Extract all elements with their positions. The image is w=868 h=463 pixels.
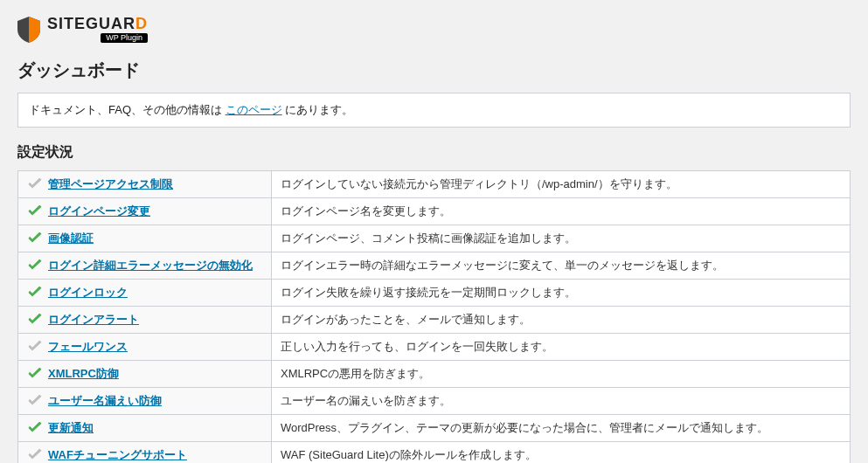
status-check-icon: [27, 341, 43, 353]
setting-name-cell: ログインアラート: [18, 307, 272, 334]
status-check-icon: [27, 178, 43, 190]
setting-name-cell: 更新通知: [18, 415, 272, 442]
setting-name-cell: ログイン詳細エラーメッセージの無効化: [18, 252, 272, 280]
setting-name-cell: ユーザー名漏えい防御: [18, 388, 272, 415]
info-notice: ドキュメント、FAQ、その他の情報は このページ にあります。: [17, 93, 851, 128]
setting-desc-cell: ユーザー名の漏えいを防ぎます。: [272, 388, 851, 415]
setting-desc-cell: WAF (SiteGuard Lite)の除外ルールを作成します。: [272, 442, 851, 464]
setting-link[interactable]: ログイン詳細エラーメッセージの無効化: [48, 258, 253, 273]
setting-link[interactable]: XMLRPC防御: [48, 366, 119, 382]
setting-link[interactable]: ログインアラート: [48, 312, 139, 328]
status-check-icon: [27, 205, 43, 218]
table-row: 管理ページアクセス制限 ログインしていない接続元から管理ディレクトリ（/wp-a…: [18, 171, 851, 198]
notice-suffix: にあります。: [282, 103, 354, 116]
shield-icon: [17, 17, 40, 43]
notice-prefix: ドキュメント、FAQ、その他の情報は: [29, 103, 226, 116]
table-row: ログイン詳細エラーメッセージの無効化 ログインエラー時の詳細なエラーメッセージに…: [18, 252, 851, 280]
setting-desc-cell: 正しい入力を行っても、ログインを一回失敗します。: [272, 334, 851, 361]
setting-link[interactable]: 更新通知: [48, 420, 94, 436]
setting-link[interactable]: WAFチューニングサポート: [48, 447, 187, 463]
setting-name-cell: ログインページ変更: [18, 198, 272, 225]
setting-desc-cell: WordPress、プラグイン、テーマの更新が必要になった場合に、管理者にメール…: [272, 415, 851, 442]
status-check-icon: [27, 395, 43, 407]
status-check-icon: [27, 368, 43, 380]
setting-link[interactable]: 管理ページアクセス制限: [48, 176, 173, 192]
setting-link[interactable]: ユーザー名漏えい防御: [48, 393, 162, 409]
setting-desc-cell: ログインしていない接続元から管理ディレクトリ（/wp-admin/）を守ります。: [272, 171, 851, 198]
table-row: ユーザー名漏えい防御 ユーザー名の漏えいを防ぎます。: [18, 388, 851, 415]
section-title: 設定状況: [17, 143, 851, 162]
setting-link[interactable]: ログインロック: [48, 285, 128, 301]
page-title: ダッシュボード: [17, 59, 851, 82]
table-row: ログインアラート ログインがあったことを、メールで通知します。: [18, 307, 851, 334]
logo-title: SITEGUARD: [47, 16, 148, 31]
table-row: 画像認証 ログインページ、コメント投稿に画像認証を追加します。: [18, 225, 851, 252]
setting-desc-cell: ログインエラー時の詳細なエラーメッセージに変えて、単一のメッセージを返します。: [272, 252, 851, 280]
setting-link[interactable]: ログインページ変更: [48, 204, 150, 219]
table-row: WAFチューニングサポート WAF (SiteGuard Lite)の除外ルール…: [18, 442, 851, 464]
status-check-icon: [27, 314, 43, 326]
setting-desc-cell: XMLRPCの悪用を防ぎます。: [272, 361, 851, 388]
status-check-icon: [27, 259, 43, 272]
setting-name-cell: WAFチューニングサポート: [18, 442, 272, 464]
setting-desc-cell: ログインページ、コメント投稿に画像認証を追加します。: [272, 225, 851, 252]
setting-link[interactable]: フェールワンス: [48, 339, 128, 355]
setting-desc-cell: ログインページ名を変更します。: [272, 198, 851, 225]
settings-table: 管理ページアクセス制限 ログインしていない接続元から管理ディレクトリ（/wp-a…: [17, 170, 851, 463]
table-row: 更新通知 WordPress、プラグイン、テーマの更新が必要になった場合に、管理…: [18, 415, 851, 442]
table-row: XMLRPC防御 XMLRPCの悪用を防ぎます。: [18, 361, 851, 388]
table-row: フェールワンス 正しい入力を行っても、ログインを一回失敗します。: [18, 334, 851, 361]
setting-name-cell: 管理ページアクセス制限: [18, 171, 272, 198]
status-check-icon: [27, 287, 43, 299]
status-check-icon: [27, 449, 43, 461]
table-row: ログインロック ログイン失敗を繰り返す接続元を一定期間ロックします。: [18, 280, 851, 307]
setting-desc-cell: ログインがあったことを、メールで通知します。: [272, 307, 851, 334]
logo-subtitle: WP Plugin: [101, 33, 148, 43]
setting-name-cell: ログインロック: [18, 280, 272, 307]
setting-link[interactable]: 画像認証: [48, 231, 94, 246]
status-check-icon: [27, 422, 43, 434]
setting-name-cell: 画像認証: [18, 225, 272, 252]
status-check-icon: [27, 232, 43, 245]
notice-link[interactable]: このページ: [226, 103, 282, 116]
siteguard-logo: SITEGUARD WP Plugin: [17, 16, 851, 43]
setting-name-cell: XMLRPC防御: [18, 361, 272, 388]
setting-desc-cell: ログイン失敗を繰り返す接続元を一定期間ロックします。: [272, 280, 851, 307]
setting-name-cell: フェールワンス: [18, 334, 272, 361]
table-row: ログインページ変更 ログインページ名を変更します。: [18, 198, 851, 225]
